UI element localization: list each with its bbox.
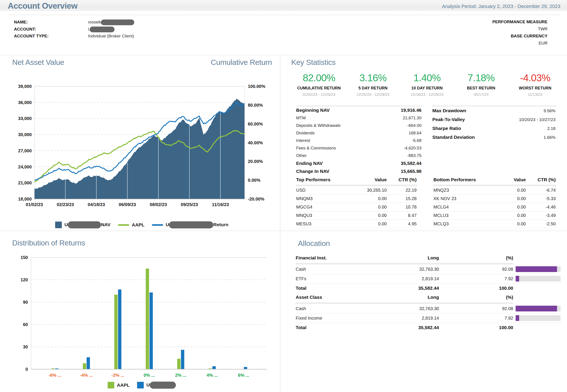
nav-panel-title: Net Asset Value [12, 58, 64, 67]
svg-text:90: 90 [23, 300, 28, 305]
allocation-name: Total [296, 286, 362, 291]
allocation-long-value: 35,582.44 [362, 286, 439, 291]
performers-title: Bottom Performers [434, 177, 488, 182]
allocation-name: ETFs [296, 276, 362, 281]
table-row: Change In NAV15,665.98 [296, 167, 422, 175]
svg-text:-2% ...: -2% ... [111, 373, 124, 378]
bottom-performers-table: Bottom PerformersValueCTR (%)MNQZ30.00-6… [433, 176, 556, 228]
row-label: Other [296, 153, 307, 158]
row-value: -4,620.53 [404, 146, 422, 151]
table-row: Interest-5.68 [296, 137, 422, 144]
table-row: Other-883.75 [296, 152, 422, 159]
cumulative-return-title: Cumulative Return [211, 58, 272, 67]
allocation-bar [516, 276, 519, 281]
row-divider [0, 231, 567, 231]
performers-ctr-header: CTR (%) [526, 177, 556, 182]
content-top-divider [0, 55, 567, 55]
instrument-value: 30,265.10 [349, 188, 387, 193]
table-row: Sharpe Ratio2.18 [432, 124, 556, 133]
instrument-name: XK NOV 23 [434, 196, 488, 201]
svg-text:09/25/23: 09/25/23 [181, 202, 198, 207]
table-row: ETFs2,819.147.92 [296, 274, 561, 283]
svg-text:-20.00%: -20.00% [248, 196, 264, 201]
table-row: Max Drawdown9.56% [432, 106, 556, 115]
svg-text:-6% ...: -6% ... [48, 373, 61, 378]
instrument-value: 0.00 [349, 205, 387, 210]
svg-text:0: 0 [26, 367, 28, 372]
account-overview-report: Account Overview Analysis Period: Januar… [0, 0, 567, 392]
performance-meta-line: PERFORMANCE MEASURE [492, 19, 548, 24]
row-value: 10/20/23 - 10/27/23 [519, 117, 555, 122]
row-value: 1.66% [543, 135, 555, 140]
instrument-ctr: 15.28 [387, 196, 417, 201]
legend-item: UNAV [55, 221, 111, 228]
stat-value: -4.03% [508, 72, 562, 84]
legend-swatch [137, 382, 144, 389]
table-row: Beginning NAV19,916.46 [296, 106, 422, 114]
allocation-name: Fixed Income [296, 316, 362, 321]
legend-swatch [55, 222, 62, 228]
table-row: Ending NAV35,582.44 [296, 159, 422, 167]
instrument-value: 0.00 [349, 196, 387, 201]
allocation-col-header: Financial Inst. [296, 255, 362, 261]
table-row: MTM21,671.30 [296, 114, 422, 122]
row-label: Peak-To-Valley [432, 117, 465, 122]
instrument-name: MCLG4 [434, 205, 488, 210]
row-label: MTM [296, 115, 306, 120]
instrument-ctr: 4.95 [387, 221, 417, 226]
allocation-bar-cell [513, 315, 561, 321]
allocation-asset-class-table: Asset ClassLong(%)Cash32,763.3092.08Fixe… [296, 294, 561, 332]
account-info-row: ACCOUNT TYPE:Individual (Broker Client) [14, 34, 134, 39]
table-row: Standard Deviation1.66% [432, 133, 556, 142]
svg-text:01/02/23: 01/02/23 [26, 202, 43, 207]
stat-period: 12/18/23 - 12/29/23 [400, 93, 454, 97]
stat-label: 5 DAY RETURN [346, 86, 400, 91]
table-row: Cash32,763.3092.08 [296, 265, 561, 274]
row-label: Max Drawdown [432, 108, 466, 113]
allocation-long-value: 32,763.30 [362, 306, 439, 311]
table-row: MNQU30.008.47 [296, 211, 417, 220]
allocation-long-value: 2,819.14 [362, 316, 439, 321]
svg-text:27,000: 27,000 [18, 148, 32, 153]
legend-label: AAPL [132, 222, 145, 227]
svg-text:21,000: 21,000 [18, 180, 32, 185]
allocation-pct-value: 7.92 [439, 276, 513, 281]
stat-label: WORST RETURN [508, 86, 562, 91]
table-row: MNQZ30.00-6.74 [433, 186, 556, 195]
allocation-col-header: (%) [439, 255, 513, 261]
performers-value-header: Value [488, 177, 526, 182]
nav-chart: 39,00036,00033,00030,00027,00024,00021,0… [13, 73, 270, 228]
instrument-name: MNQZ3 [434, 188, 488, 193]
allocation-bar-track [516, 276, 561, 281]
row-value: -5.68 [412, 138, 422, 143]
allocation-bar [516, 315, 519, 321]
performers-header: Bottom PerformersValueCTR (%) [433, 176, 556, 185]
performers-value-header: Value [349, 177, 387, 182]
distribution-chart: 0306090120150-6% ...-4% ...-2% ...0% ...… [13, 252, 270, 381]
stat-period: 05/17/23 [454, 93, 508, 97]
allocation-title: Allocation [298, 239, 330, 248]
table-total-row: Total35,582.44100.00 [296, 283, 561, 293]
instrument-value: 0.00 [488, 196, 526, 201]
svg-text:0% ...: 0% ... [144, 373, 155, 378]
top-performers-table: Top PerformersValueCTR (%)USD30,265.1022… [296, 176, 417, 228]
account-info-row: ACCOUNT:U [14, 27, 115, 32]
allocation-name: Cash [296, 306, 362, 311]
stat-value: 1.40% [400, 72, 454, 84]
redaction-blob [90, 27, 115, 32]
allocation-bar-cell [513, 276, 561, 281]
svg-text:33,000: 33,000 [18, 116, 32, 121]
stat-block: 3.16%5 DAY RETURN12/25/23 - 12/29/23 [346, 72, 400, 97]
allocation-financial-inst-table: Financial Inst.Long(%)Cash32,763.3092.08… [296, 254, 561, 293]
row-value: 168.64 [409, 131, 422, 136]
instrument-ctr: 8.47 [387, 213, 417, 218]
svg-text:04/18/23: 04/18/23 [88, 202, 105, 207]
allocation-name: Cash [296, 267, 362, 272]
row-value: 35,582.44 [401, 161, 422, 166]
row-value: 21,671.30 [403, 115, 422, 120]
distribution-title: Distribution of Returns [12, 238, 85, 247]
row-value: 19,916.46 [401, 108, 422, 113]
legend-label: U [146, 382, 176, 389]
allocation-pct-value: 7.92 [439, 316, 513, 321]
row-value: 15,665.98 [401, 169, 422, 174]
